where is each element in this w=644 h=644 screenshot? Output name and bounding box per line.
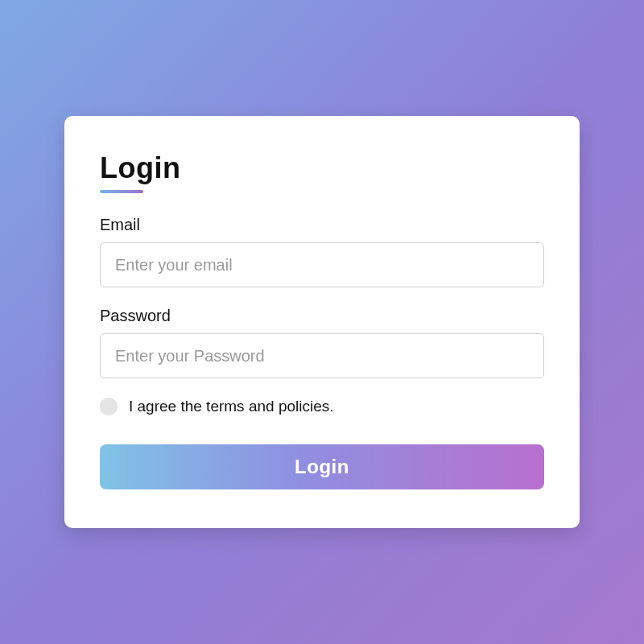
- terms-row: I agree the terms and policies.: [100, 398, 544, 415]
- page-title: Login: [100, 151, 544, 185]
- login-card: Login Email Password I agree the terms a…: [64, 116, 580, 528]
- email-input[interactable]: [100, 242, 544, 287]
- email-field-group: Email: [100, 216, 544, 287]
- password-field-group: Password: [100, 307, 544, 378]
- password-label: Password: [100, 307, 544, 325]
- login-button[interactable]: Login: [100, 444, 544, 489]
- email-label: Email: [100, 216, 544, 234]
- password-input[interactable]: [100, 333, 544, 378]
- title-underline: [100, 190, 143, 193]
- terms-checkbox[interactable]: [100, 398, 118, 415]
- terms-label: I agree the terms and policies.: [129, 398, 334, 415]
